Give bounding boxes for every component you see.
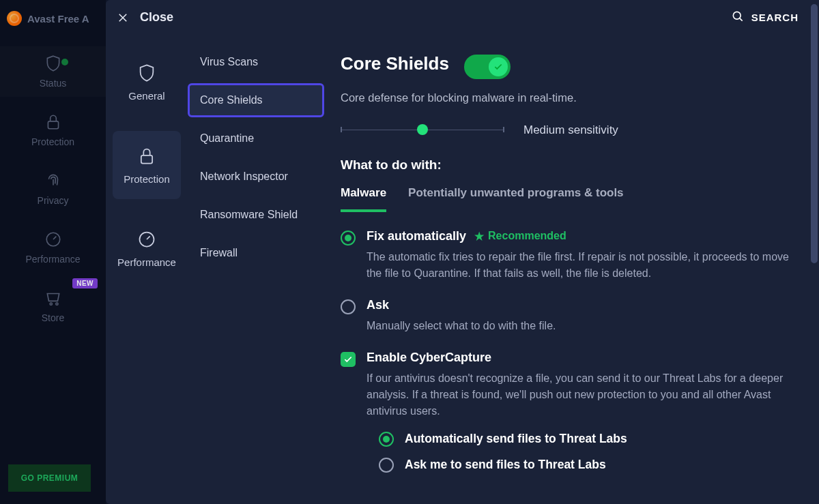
nav-protection[interactable]: Protection <box>0 105 106 155</box>
search-icon <box>731 10 745 25</box>
category-protection[interactable]: Protection <box>113 131 181 199</box>
category-label: Protection <box>124 173 170 185</box>
svg-rect-5 <box>141 155 152 163</box>
lock-icon <box>136 146 157 166</box>
star-icon: ★ <box>474 230 484 243</box>
check-icon <box>343 355 353 364</box>
search-label: SEARCH <box>751 12 799 23</box>
nav-label: Performance <box>25 254 80 265</box>
radio-selected[interactable] <box>341 231 356 246</box>
slider-knob[interactable] <box>417 124 428 135</box>
option-title: Enable CyberCapture <box>367 351 491 365</box>
new-badge: NEW <box>72 278 98 288</box>
suboption-auto-send[interactable]: Automatically send files to Threat Labs <box>379 432 801 447</box>
scrollbar-thumb[interactable] <box>811 4 818 263</box>
recommended-badge: ★ Recommended <box>474 230 566 243</box>
option-title: Ask <box>367 298 389 312</box>
page-subtitle: Core defense for blocking malware in rea… <box>341 91 801 104</box>
status-ok-dot <box>61 59 68 65</box>
search-button[interactable]: SEARCH <box>731 10 799 25</box>
gauge-icon <box>44 231 62 248</box>
option-cybercapture[interactable]: Enable CyberCapture If our antivirus doe… <box>341 351 801 473</box>
scrollbar[interactable] <box>811 4 818 500</box>
subnav-network-inspector[interactable]: Network Inspector <box>188 160 324 194</box>
sensitivity-label: Medium sensitivity <box>523 123 618 137</box>
settings-subnav: Virus Scans Core Shields Quarantine Netw… <box>188 0 324 504</box>
app-sidebar: Avast Free A Status Protection Privacy P… <box>0 0 106 504</box>
subnav-quarantine[interactable]: Quarantine <box>188 121 324 155</box>
what-to-do-heading: What to do with: <box>341 158 801 173</box>
nav-performance[interactable]: Performance <box>0 222 106 273</box>
check-icon <box>493 62 503 72</box>
svg-point-3 <box>55 303 57 305</box>
category-general[interactable]: General <box>113 48 181 116</box>
radio-unselected[interactable] <box>379 458 394 473</box>
radio-unselected[interactable] <box>341 299 356 314</box>
radio-selected[interactable] <box>379 432 394 447</box>
settings-panel: Close SEARCH General Protection Performa… <box>106 0 819 504</box>
close-label: Close <box>140 10 173 25</box>
nav-label: Status <box>40 78 67 89</box>
subnav-virus-scans[interactable]: Virus Scans <box>188 45 324 79</box>
subnav-core-shields[interactable]: Core Shields <box>188 83 324 117</box>
option-desc: If our antivirus doesn't recognize a fil… <box>367 370 790 419</box>
sensitivity-slider[interactable] <box>341 129 504 132</box>
brand: Avast Free A <box>0 7 106 40</box>
settings-content: Core Shields Core defense for blocking m… <box>324 0 819 504</box>
close-button[interactable]: Close <box>115 10 173 25</box>
tab-pup[interactable]: Potentially unwanted programs & tools <box>408 186 623 212</box>
option-ask[interactable]: Ask Manually select what to do with the … <box>341 298 801 334</box>
slider-tick <box>503 127 504 132</box>
go-premium-button[interactable]: GO PREMIUM <box>8 464 91 492</box>
option-fix-automatically[interactable]: Fix automatically ★ Recommended The auto… <box>341 229 801 282</box>
avast-logo <box>7 11 22 26</box>
toggle-knob <box>489 57 508 76</box>
svg-point-4 <box>733 12 741 19</box>
nav-label: Store <box>42 312 64 323</box>
lock-icon <box>44 113 62 131</box>
nav-store[interactable]: NEW Store <box>0 281 106 331</box>
category-label: Performance <box>117 256 176 268</box>
suboption-ask-send[interactable]: Ask me to send files to Threat Labs <box>379 458 801 473</box>
shield-icon <box>136 63 157 83</box>
nav-label: Privacy <box>38 195 69 206</box>
option-desc: The automatic fix tries to repair the fi… <box>367 249 790 282</box>
category-performance[interactable]: Performance <box>113 214 181 282</box>
svg-point-2 <box>50 303 52 305</box>
settings-category-column: General Protection Performance <box>106 0 188 504</box>
close-icon <box>115 10 130 25</box>
svg-rect-0 <box>48 121 58 129</box>
shield-icon <box>44 55 62 72</box>
suboption-label: Automatically send files to Threat Labs <box>405 432 627 446</box>
fingerprint-icon <box>44 172 62 190</box>
option-title: Fix automatically <box>367 229 466 243</box>
nav-status[interactable]: Status <box>0 46 106 97</box>
checkbox-checked[interactable] <box>341 352 356 367</box>
suboption-label: Ask me to send files to Threat Labs <box>405 458 606 472</box>
gauge-icon <box>136 229 157 250</box>
subnav-ransomware-shield[interactable]: Ransomware Shield <box>188 198 324 232</box>
nav-label: Protection <box>31 136 74 147</box>
app-title: Avast Free A <box>27 13 89 25</box>
subnav-firewall[interactable]: Firewall <box>188 236 324 270</box>
cart-icon <box>44 289 62 307</box>
tab-malware[interactable]: Malware <box>341 186 386 212</box>
page-title: Core Shields <box>341 53 449 74</box>
slider-tick <box>341 127 342 132</box>
core-shields-toggle[interactable] <box>464 55 511 79</box>
option-desc: Manually select what to do with the file… <box>367 318 790 334</box>
category-label: General <box>128 90 164 102</box>
nav-privacy[interactable]: Privacy <box>0 164 106 214</box>
action-tabs: Malware Potentially unwanted programs & … <box>341 186 801 213</box>
